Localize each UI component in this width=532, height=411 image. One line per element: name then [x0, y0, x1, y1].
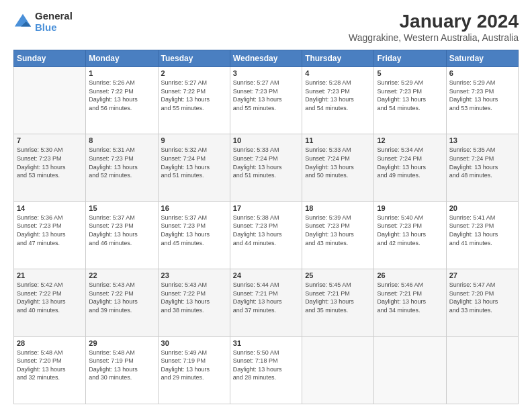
day-info-line: and 43 minutes.: [305, 239, 371, 248]
day-info-line: Sunrise: 5:34 AM: [377, 146, 443, 154]
day-number: 28: [17, 339, 83, 347]
table-row: 20Sunrise: 5:41 AMSunset: 7:23 PMDayligh…: [446, 201, 518, 269]
table-row: 4Sunrise: 5:28 AMSunset: 7:23 PMDaylight…: [302, 67, 374, 134]
day-info-line: Sunset: 7:19 PM: [161, 357, 227, 365]
day-info-line: Daylight: 13 hours: [89, 365, 154, 374]
day-info-line: Sunset: 7:24 PM: [377, 154, 443, 163]
day-number: 9: [161, 136, 227, 144]
table-row: 15Sunrise: 5:37 AMSunset: 7:23 PMDayligh…: [86, 201, 158, 269]
day-info-line: Sunrise: 5:37 AM: [161, 214, 227, 222]
table-row: 21Sunrise: 5:42 AMSunset: 7:22 PMDayligh…: [14, 269, 86, 336]
day-info-line: Daylight: 13 hours: [377, 163, 443, 172]
col-wednesday: Wednesday: [230, 50, 302, 67]
day-info-line: Sunrise: 5:35 AM: [449, 146, 515, 154]
day-info-line: and 42 minutes.: [377, 239, 443, 248]
day-info-line: Sunrise: 5:29 AM: [449, 79, 515, 87]
day-number: 14: [17, 204, 83, 212]
logo-line1: General: [35, 11, 73, 22]
day-info-line: Sunset: 7:24 PM: [161, 154, 227, 163]
day-info-line: Sunset: 7:23 PM: [305, 222, 371, 230]
day-number: 16: [161, 204, 227, 212]
table-row: 30Sunrise: 5:49 AMSunset: 7:19 PMDayligh…: [158, 336, 230, 404]
day-info-line: Sunset: 7:23 PM: [17, 222, 83, 230]
day-info-line: Daylight: 13 hours: [377, 95, 443, 104]
day-info: Sunrise: 5:29 AMSunset: 7:23 PMDaylight:…: [377, 79, 443, 112]
day-info: Sunrise: 5:35 AMSunset: 7:24 PMDaylight:…: [449, 146, 515, 179]
day-info-line: Sunrise: 5:37 AM: [89, 214, 154, 222]
day-info-line: and 45 minutes.: [161, 239, 227, 248]
day-info-line: Sunrise: 5:38 AM: [233, 214, 299, 222]
day-info-line: Daylight: 13 hours: [233, 298, 299, 306]
day-info-line: Daylight: 13 hours: [305, 230, 371, 239]
day-info-line: Daylight: 13 hours: [305, 163, 371, 172]
day-info-line: Daylight: 13 hours: [89, 230, 154, 239]
day-info-line: Daylight: 13 hours: [89, 163, 154, 172]
table-row: 9Sunrise: 5:32 AMSunset: 7:24 PMDaylight…: [158, 134, 230, 201]
day-info-line: Sunrise: 5:46 AM: [377, 281, 443, 289]
day-info-line: and 55 minutes.: [161, 104, 227, 113]
day-number: 27: [449, 271, 515, 279]
day-info-line: Sunrise: 5:32 AM: [161, 146, 227, 154]
day-info-line: and 33 minutes.: [449, 306, 515, 315]
day-info-line: Daylight: 13 hours: [161, 365, 227, 374]
day-info-line: Sunset: 7:23 PM: [377, 87, 443, 96]
day-info-line: Sunrise: 5:27 AM: [233, 79, 299, 87]
logo-icon: [13, 13, 32, 32]
day-info-line: Sunset: 7:20 PM: [449, 289, 515, 298]
day-info-line: Sunrise: 5:33 AM: [305, 146, 371, 154]
day-info-line: Sunset: 7:22 PM: [161, 289, 227, 298]
table-row: 22Sunrise: 5:43 AMSunset: 7:22 PMDayligh…: [86, 269, 158, 336]
table-row: 16Sunrise: 5:37 AMSunset: 7:23 PMDayligh…: [158, 201, 230, 269]
day-info-line: Sunset: 7:23 PM: [233, 87, 299, 96]
table-row: [374, 336, 446, 404]
table-row: 14Sunrise: 5:36 AMSunset: 7:23 PMDayligh…: [14, 201, 86, 269]
logo-line2: Blue: [35, 22, 73, 34]
calendar-week-row: 28Sunrise: 5:48 AMSunset: 7:20 PMDayligh…: [14, 336, 519, 404]
day-number: 26: [377, 271, 443, 279]
page: General Blue January 2024 Waggrakine, We…: [0, 0, 532, 411]
table-row: 1Sunrise: 5:26 AMSunset: 7:22 PMDaylight…: [86, 67, 158, 134]
day-info-line: Sunset: 7:21 PM: [233, 289, 299, 298]
day-info-line: Sunrise: 5:44 AM: [233, 281, 299, 289]
day-info: Sunrise: 5:28 AMSunset: 7:23 PMDaylight:…: [305, 79, 371, 112]
day-info-line: Daylight: 13 hours: [233, 365, 299, 374]
day-number: 30: [161, 339, 227, 347]
day-info: Sunrise: 5:43 AMSunset: 7:22 PMDaylight:…: [89, 281, 154, 314]
day-number: 15: [89, 204, 154, 212]
day-info-line: and 50 minutes.: [305, 171, 371, 180]
day-info-line: Daylight: 13 hours: [161, 163, 227, 172]
table-row: 13Sunrise: 5:35 AMSunset: 7:24 PMDayligh…: [446, 134, 518, 201]
table-row: 18Sunrise: 5:39 AMSunset: 7:23 PMDayligh…: [302, 201, 374, 269]
day-info: Sunrise: 5:49 AMSunset: 7:19 PMDaylight:…: [161, 349, 227, 382]
day-info-line: Sunset: 7:23 PM: [449, 87, 515, 96]
day-number: 29: [89, 339, 154, 347]
day-info-line: Daylight: 13 hours: [161, 298, 227, 306]
day-info-line: Sunrise: 5:33 AM: [233, 146, 299, 154]
day-number: 25: [305, 271, 371, 279]
day-info-line: Daylight: 13 hours: [17, 163, 83, 172]
day-number: 31: [233, 339, 299, 347]
day-info-line: and 47 minutes.: [17, 239, 83, 248]
day-info-line: Sunrise: 5:43 AM: [161, 281, 227, 289]
day-info-line: Daylight: 13 hours: [17, 298, 83, 306]
day-info-line: and 38 minutes.: [161, 306, 227, 315]
table-row: 11Sunrise: 5:33 AMSunset: 7:24 PMDayligh…: [302, 134, 374, 201]
day-number: 22: [89, 271, 154, 279]
day-info-line: Sunrise: 5:47 AM: [449, 281, 515, 289]
day-info-line: Sunrise: 5:30 AM: [17, 146, 83, 154]
day-info-line: and 30 minutes.: [89, 373, 154, 382]
day-info: Sunrise: 5:31 AMSunset: 7:23 PMDaylight:…: [89, 146, 154, 179]
day-info: Sunrise: 5:39 AMSunset: 7:23 PMDaylight:…: [305, 214, 371, 247]
col-tuesday: Tuesday: [158, 50, 230, 67]
day-info: Sunrise: 5:33 AMSunset: 7:24 PMDaylight:…: [233, 146, 299, 179]
day-info: Sunrise: 5:42 AMSunset: 7:22 PMDaylight:…: [17, 281, 83, 314]
day-info-line: Daylight: 13 hours: [377, 298, 443, 306]
day-info-line: Daylight: 13 hours: [233, 95, 299, 104]
header: General Blue January 2024 Waggrakine, We…: [13, 11, 519, 43]
day-info-line: Sunrise: 5:26 AM: [89, 79, 154, 87]
day-info-line: Daylight: 13 hours: [449, 230, 515, 239]
day-info: Sunrise: 5:37 AMSunset: 7:23 PMDaylight:…: [89, 214, 154, 247]
day-info-line: Sunset: 7:23 PM: [89, 154, 154, 163]
day-info-line: Daylight: 13 hours: [89, 95, 154, 104]
day-info-line: Sunset: 7:20 PM: [17, 357, 83, 365]
